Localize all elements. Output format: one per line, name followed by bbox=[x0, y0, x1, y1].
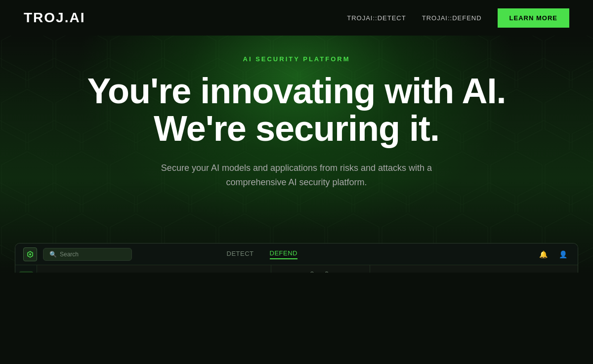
events-panel: Latest Firewall Events 🔍 Search ▼ BLOCK … bbox=[370, 265, 578, 273]
search-icon: 🔍 bbox=[49, 251, 57, 258]
logo: TROJ.AI bbox=[24, 10, 85, 26]
dash-nav-defend[interactable]: DEFEND bbox=[270, 249, 297, 259]
nav-detect[interactable]: TROJAI::DETECT bbox=[347, 14, 406, 22]
dashboard-main: Total Firewall Event Count 504,155 Flag … bbox=[37, 265, 578, 273]
filter-panel: Group By Action ▾ Range Last Month ▾ bbox=[271, 265, 370, 273]
hero-title-line1: You're innovating with AI. bbox=[87, 71, 506, 111]
nav-defend[interactable]: TROJAI::DEFEND bbox=[422, 14, 482, 22]
dashboard-search-input[interactable]: 🔍 Search bbox=[43, 248, 132, 261]
dashboard-preview: 🔍 Search DETECT DEFEND 🔔 👤 ⊞ ◉ ◎ ⚙ bbox=[15, 243, 578, 273]
dashboard-logo bbox=[23, 247, 37, 261]
dashboard-sidebar: ⊞ ◉ ◎ ⚙ bbox=[15, 265, 37, 273]
hero-section: AI SECURITY PLATFORM You're innovating w… bbox=[0, 36, 593, 273]
sidebar-grid-icon[interactable]: ⊞ bbox=[19, 271, 33, 273]
hero-title: You're innovating with AI. We're securin… bbox=[24, 73, 569, 147]
dash-nav-detect[interactable]: DETECT bbox=[227, 250, 254, 259]
group-by-section: Group By Action ▾ bbox=[277, 271, 364, 273]
svg-point-4 bbox=[29, 253, 31, 255]
hero-title-line2: We're securing it. bbox=[154, 109, 439, 148]
group-by-label: Group By bbox=[277, 271, 364, 273]
hero-subtitle: AI SECURITY PLATFORM bbox=[24, 55, 569, 63]
main-nav: TROJAI::DETECT TROJAI::DEFEND LEARN MORE bbox=[347, 8, 569, 28]
notification-icon[interactable]: 🔔 bbox=[536, 247, 550, 261]
dashboard-topbar: 🔍 Search DETECT DEFEND 🔔 👤 bbox=[15, 243, 578, 265]
user-icon[interactable]: 👤 bbox=[556, 247, 570, 261]
dashboard-body: ⊞ ◉ ◎ ⚙ Total Firewall Event Count 504,1… bbox=[15, 265, 578, 273]
events-title: Latest Firewall Events bbox=[376, 271, 572, 273]
dashboard-nav: DETECT DEFEND bbox=[227, 249, 347, 259]
stats-panel: Total Firewall Event Count 504,155 Flag … bbox=[37, 265, 271, 273]
hero-description: Secure your AI models and applications f… bbox=[138, 161, 455, 190]
search-placeholder: Search bbox=[60, 251, 79, 258]
learn-more-button[interactable]: LEARN MORE bbox=[498, 8, 569, 28]
dashboard-icon-buttons: 🔔 👤 bbox=[536, 247, 570, 261]
header: TROJ.AI TROJAI::DETECT TROJAI::DEFEND LE… bbox=[0, 0, 593, 36]
hero-content: AI SECURITY PLATFORM You're innovating w… bbox=[24, 55, 569, 190]
